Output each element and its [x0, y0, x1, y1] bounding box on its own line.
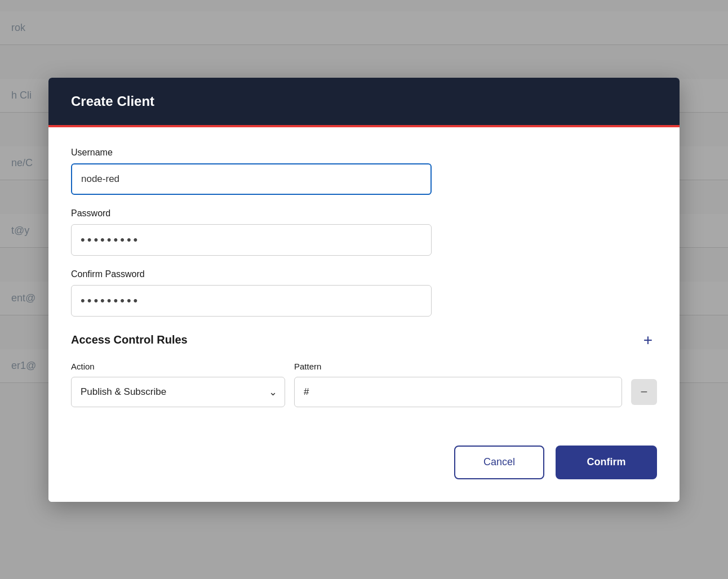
action-select[interactable]: Publish & Subscribe Publish Only Subscri…: [71, 377, 285, 407]
access-control-section: Access Control Rules + Action Pattern: [71, 330, 657, 407]
action-column-label: Action: [71, 362, 285, 371]
minus-icon: −: [641, 385, 648, 399]
modal-overlay: Create Client Username Password Confirm …: [0, 0, 728, 579]
add-rule-button[interactable]: +: [639, 330, 657, 350]
username-label: Username: [71, 148, 657, 158]
modal-title: Create Client: [71, 93, 657, 109]
modal-header: Create Client: [48, 78, 680, 127]
cancel-button[interactable]: Cancel: [454, 446, 544, 479]
confirm-button[interactable]: Confirm: [556, 446, 657, 479]
username-group: Username: [71, 148, 657, 195]
username-input[interactable]: [71, 163, 432, 195]
rule-labels-row: Action Pattern: [71, 362, 657, 377]
access-control-header: Access Control Rules +: [71, 330, 657, 350]
confirm-password-group: Confirm Password: [71, 269, 657, 317]
pattern-col-wrapper: [294, 377, 622, 407]
create-client-modal: Create Client Username Password Confirm …: [48, 78, 680, 502]
confirm-password-input[interactable]: [71, 285, 432, 317]
password-group: Password: [71, 208, 657, 256]
rule-inputs-row: Publish & Subscribe Publish Only Subscri…: [71, 377, 657, 407]
action-select-wrapper: Publish & Subscribe Publish Only Subscri…: [71, 377, 285, 407]
password-label: Password: [71, 208, 657, 219]
modal-footer: Cancel Confirm: [48, 434, 680, 502]
access-control-title: Access Control Rules: [71, 333, 188, 346]
modal-body: Username Password Confirm Password Acces…: [48, 127, 680, 434]
remove-rule-button[interactable]: −: [631, 379, 657, 405]
password-input[interactable]: [71, 224, 432, 256]
pattern-input[interactable]: [294, 377, 622, 407]
pattern-column-label: Pattern: [294, 362, 622, 371]
confirm-password-label: Confirm Password: [71, 269, 657, 279]
